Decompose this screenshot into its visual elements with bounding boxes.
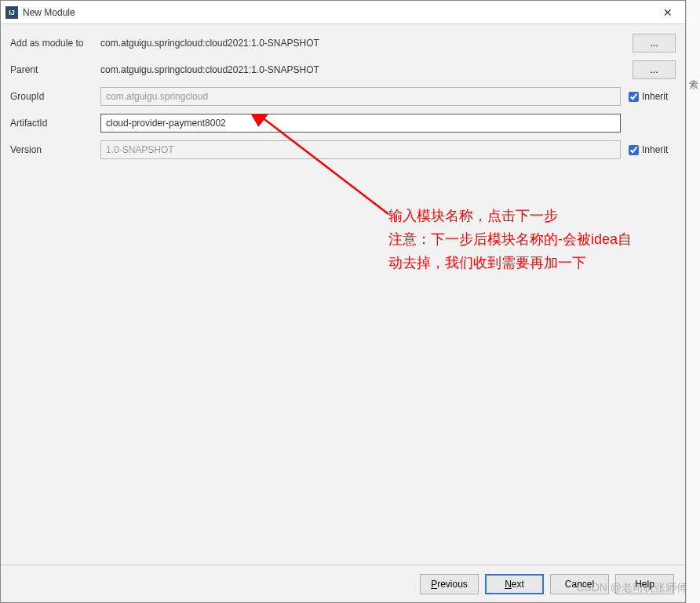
input-artifactid[interactable] (100, 114, 621, 133)
titlebar: IJ New Module ✕ (1, 1, 685, 24)
inherit-groupid-label: Inherit (642, 91, 668, 102)
label-version: Version (10, 144, 100, 155)
new-module-dialog: IJ New Module ✕ Add as module to com.atg… (0, 0, 686, 603)
checkbox-inherit-groupid[interactable] (629, 92, 639, 102)
label-groupid: GroupId (10, 91, 100, 102)
app-icon: IJ (5, 6, 18, 19)
help-button[interactable]: Help (615, 574, 674, 594)
close-icon[interactable]: ✕ (650, 1, 685, 24)
next-button[interactable]: Next (485, 574, 544, 594)
window-title: New Module (23, 7, 75, 18)
background-right-strip: 素 (686, 0, 700, 603)
browse-add-as-module-button[interactable]: ... (633, 34, 676, 53)
row-artifactid: ArtifactId (10, 114, 676, 133)
dialog-footer: Previous Next Cancel Help (1, 565, 685, 602)
next-label: ext (512, 579, 524, 590)
row-add-as-module: Add as module to com.atguigu.springcloud… (10, 34, 676, 53)
input-version (100, 140, 621, 159)
input-groupid (100, 87, 621, 106)
browse-parent-button[interactable]: ... (633, 60, 676, 79)
inherit-groupid[interactable]: Inherit (629, 91, 676, 102)
label-add-as-module: Add as module to (10, 38, 100, 49)
checkbox-inherit-version[interactable] (629, 145, 639, 155)
label-parent: Parent (10, 64, 100, 75)
value-parent: com.atguigu.springcloud:cloud2021:1.0-SN… (100, 64, 319, 75)
value-add-as-module: com.atguigu.springcloud:cloud2021:1.0-SN… (100, 38, 319, 49)
bg-char: 素 (689, 79, 698, 90)
inherit-version[interactable]: Inherit (629, 144, 676, 155)
dialog-content: Add as module to com.atguigu.springcloud… (1, 24, 685, 565)
cancel-button[interactable]: Cancel (550, 574, 609, 594)
previous-label: revious (437, 579, 468, 590)
label-artifactid: ArtifactId (10, 118, 100, 129)
row-groupid: GroupId Inherit (10, 87, 676, 106)
row-version: Version Inherit (10, 140, 676, 159)
previous-button[interactable]: Previous (420, 574, 479, 594)
inherit-version-label: Inherit (642, 144, 668, 155)
row-parent: Parent com.atguigu.springcloud:cloud2021… (10, 60, 676, 79)
